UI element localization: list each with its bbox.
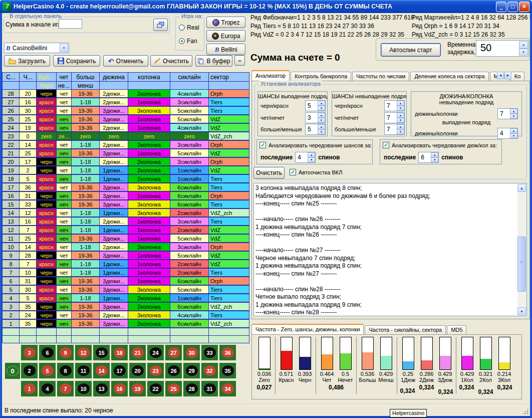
delay-spin-down-icon[interactable]: ▼ [519,49,528,56]
tab-Контроль банкролла[interactable]: Контроль банкролла [291,72,351,81]
table-row[interactable]: 2125красннеч19-363дюжи...1колонка5сиклай… [3,149,249,158]
casino-combobox[interactable]: B CasinoBellini ▼ [4,43,69,53]
freq-tab-Частота - Zero, шансы, дюжины, колонки[interactable]: Частота - Zero, шансы, дюжины, колонки [251,324,364,334]
spin-down-icon[interactable]: ▼ [431,157,438,162]
table-row[interactable]: 1533черннеч19-363дюжи...3колонка6сиклайн… [3,200,249,209]
tab-Деление колеса на сектора[interactable]: Деление колеса на сектора [410,72,488,81]
table-row[interactable]: 2820чернчет19-362дюжи...2колонка4сиклайн… [3,90,249,98]
spin-up-icon[interactable]: ▲ [510,109,517,114]
table-row[interactable]: 2525красннеч19-363дюжи...1колонка5сиклай… [3,115,249,124]
load-button[interactable]: Загрузить [4,55,50,67]
radio-fan-circle[interactable] [179,38,185,44]
board-cell-7[interactable]: 7 [57,381,74,396]
board-cell-9[interactable]: 9 [57,345,74,360]
board-cell-2[interactable]: 2 [21,363,38,378]
log-scrollbar[interactable]: ▲ ▼ [517,184,526,315]
analyzer-log[interactable]: 3 колонка невыпадала подряд 8 спин; Набл… [253,183,527,316]
spin-up-icon[interactable]: ▲ [397,113,404,118]
autoclean-checkbox[interactable]: ✓ [290,169,296,175]
spin-down-icon[interactable]: ▼ [510,114,517,119]
spinner-black-red-hit[interactable]: 5▲▼ [305,100,326,111]
spin-down-icon[interactable]: ▼ [397,129,404,134]
table-row[interactable]: 192чернчет1-181дюжи...2колонка1сиклайнVd… [3,166,249,175]
chances-alternation-checkbox-row[interactable]: ✓ Анализировать чередование шансов за: [259,142,372,148]
analyzer-clear-button[interactable]: Очистить [253,167,285,179]
dozen-alternation-checkbox-row[interactable]: ✓ Анализировать чередование дюж/кол за: [383,142,497,148]
board-cell-30[interactable]: 30 [183,345,200,360]
board-cell-27[interactable]: 27 [165,345,182,360]
header-cell[interactable] [3,82,20,90]
tab-Ко[interactable]: Ко [510,72,525,81]
board-cell-18[interactable]: 18 [111,345,128,360]
board-cell-17[interactable]: 17 [111,363,128,378]
table-row[interactable]: 87красннеч1-181дюжи...1колонка2сиклайнVd… [3,260,249,269]
table-row[interactable]: 530краснчет19-363дюжи...3колонка5сиклайн… [3,286,249,294]
board-cell-32[interactable]: 32 [201,363,218,378]
spin-down-icon[interactable]: ▼ [318,106,325,111]
table-row[interactable]: 710чернчет1-181дюжи...1колонка2сиклайнTi… [3,269,249,277]
collapse-button[interactable]: – [234,55,245,66]
board-cell-21[interactable]: 21 [129,345,146,360]
spinner-even-odd-miss[interactable]: 7▲▼ [384,112,405,123]
spin-up-icon[interactable]: ▲ [318,124,325,129]
clear-button[interactable]: Очистить [150,55,192,67]
spinner-high-low-hit[interactable]: 5▲▼ [305,124,326,135]
header-cell[interactable] [100,82,128,90]
header-cell[interactable] [170,82,209,90]
table-row[interactable]: 2214краснчет1-182дюжи...2колонка3сиклайн… [3,141,249,149]
header-cell[interactable]: не... [57,82,72,90]
to-buffer-button[interactable]: В буфер [195,55,232,67]
table-row[interactable]: 1125красннеч19-363дюжи...1колонка5сиклай… [3,235,249,243]
board-cell-24[interactable]: 24 [147,345,164,360]
minimize-button[interactable]: – [496,2,506,12]
undo-button[interactable]: ↶ Отменить [103,55,148,67]
autoclean-checkbox-row[interactable]: ✓ Автоочистка ВКЛ [290,169,342,175]
table-row[interactable]: 1316краснчет1-182дюжи...1колонка3сиклайн… [3,218,249,226]
spin-up-icon[interactable]: ▲ [510,128,517,133]
board-cell-16[interactable]: 16 [111,381,128,396]
board-cell-26[interactable]: 26 [165,363,182,378]
spin-down-icon[interactable]: ▼ [397,106,404,111]
board-cell-8[interactable]: 8 [57,363,74,378]
header-cell[interactable]: дюжина [100,73,128,82]
table-row[interactable]: 2630краснчет19-363дюжи...3колонка5сиклай… [3,107,249,115]
spin-up-icon[interactable]: ▲ [318,101,325,106]
header-cell[interactable] [128,82,170,90]
header-cell[interactable]: Черн [37,82,57,90]
spin-down-icon[interactable]: ▼ [308,157,315,162]
table-row[interactable]: 2017черннеч1-182дюжи...2колонка3сиклайнO… [3,158,249,166]
spinner-high-low-miss[interactable]: 7▲▼ [384,124,405,135]
dozen-alternation-checkbox[interactable]: ✓ [383,142,389,148]
board-cell-25[interactable]: 25 [165,381,182,396]
board-cell-31[interactable]: 31 [201,381,218,396]
board-cell-14[interactable]: 14 [93,363,110,378]
board-cell-35[interactable]: 35 [219,363,236,378]
europa-button[interactable]: ★ Europa [206,30,245,42]
header-cell[interactable]: менш [72,82,100,90]
header-cell[interactable]: больш [72,73,100,82]
spin-down-icon[interactable]: ▼ [318,118,325,123]
board-cell-13[interactable]: 13 [93,381,110,396]
board-cell-23[interactable]: 23 [147,363,164,378]
board-cell-1[interactable]: 1 [21,381,38,396]
freq-tab-MD5[interactable]: MD5 [447,325,466,334]
spinner-black-red-miss[interactable]: 7▲▼ [384,100,405,111]
table-row[interactable]: 127красннеч1-181дюжи...1колонка2сиклайнV… [3,226,249,235]
spin-down-icon[interactable]: ▼ [510,133,517,138]
start-sum-input[interactable] [59,19,82,29]
scroll-up-icon[interactable]: ▲ [517,184,526,192]
table-row[interactable]: 230zeroze...zerozerozerozeroVdZ_zch [3,132,249,141]
board-cell-33[interactable]: 33 [201,345,218,360]
board-cell-29[interactable]: 29 [183,363,200,378]
tropez-button[interactable]: Tropez [206,17,245,28]
tab-scroll-right-icon[interactable]: ► [504,72,511,79]
table-row[interactable]: 185красннеч1-181дюжи...2колонка1сиклайнT… [3,175,249,183]
spin-up-icon[interactable]: ▲ [397,101,404,106]
detach-panel-button[interactable] [153,19,168,31]
freq-tab-Частота - сиклайны, сектора[interactable]: Частота - сиклайны, сектора [365,325,446,334]
board-cell-22[interactable]: 22 [147,381,164,396]
spin-up-icon[interactable]: ▲ [308,152,315,157]
scroll-down-icon[interactable]: ▼ [517,307,526,315]
header-cell[interactable]: сектор [209,73,249,82]
radio-real[interactable]: Real [179,24,199,31]
